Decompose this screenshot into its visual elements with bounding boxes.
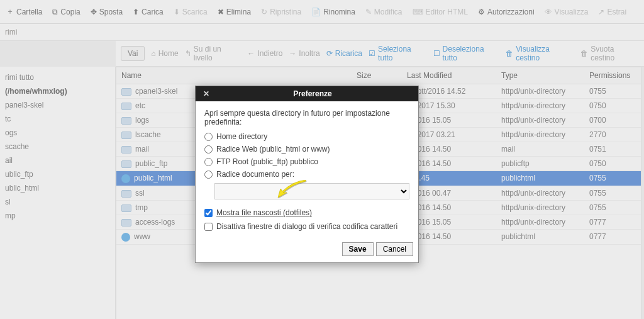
opt-web[interactable]: Radice Web (public_html or www) [204, 143, 409, 155]
cancel-button[interactable]: Cancel [376, 242, 413, 256]
opt-doc[interactable]: Radice documento per: [204, 168, 409, 181]
opt-ftp[interactable]: FTP Root (public_ftp) pubblico [204, 155, 409, 168]
modal-intro: Apri sempre questa directory in futuro p… [204, 109, 409, 126]
chk-encoding[interactable]: Disattiva finestre di dialogo di verific… [204, 220, 409, 233]
modal-title: Preferenze [212, 89, 413, 98]
doc-root-select[interactable] [214, 183, 409, 199]
close-icon[interactable]: ✕ [201, 89, 212, 98]
save-button[interactable]: Save [342, 242, 374, 256]
chk-dotfiles[interactable]: Mostra file nascosti (dotfiles) [204, 206, 409, 220]
opt-home[interactable]: Home directory [204, 130, 409, 143]
preferences-modal: ✕ Preferenze Apri sempre questa director… [195, 86, 419, 263]
